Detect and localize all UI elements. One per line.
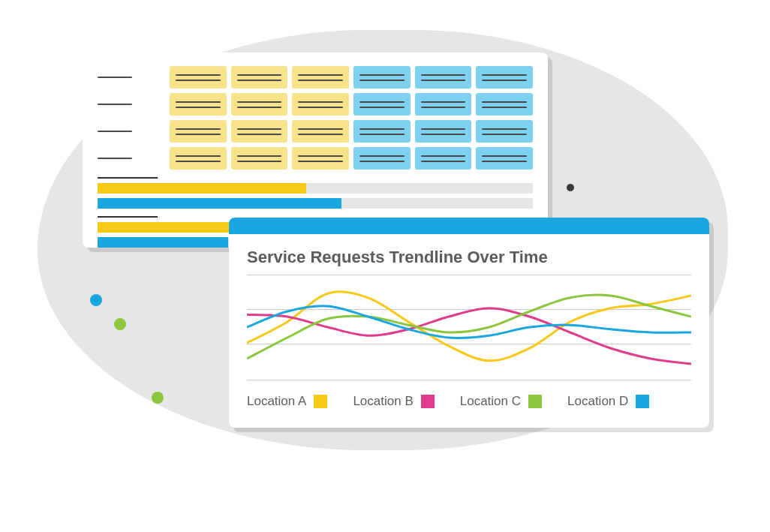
row-label <box>98 131 165 132</box>
legend-label: Location B <box>353 394 413 409</box>
chart-title: Service Requests Trendline Over Time <box>247 248 691 267</box>
table-cell-yellow <box>170 120 227 143</box>
chart-plot-area <box>247 275 691 380</box>
table-row <box>98 147 533 170</box>
chart-header-bar <box>229 218 709 234</box>
table-cell-blue <box>476 147 533 170</box>
table-cell-blue <box>476 93 533 116</box>
legend-label: Location D <box>567 394 628 409</box>
chart-lines <box>247 275 691 380</box>
table-cell-yellow <box>231 66 288 89</box>
legend-item: Location A <box>247 394 327 409</box>
decor-dot <box>114 318 126 330</box>
table-cell-blue <box>415 93 472 116</box>
bar-fill <box>98 237 228 248</box>
decor-dot <box>567 184 574 191</box>
bar-group-separator <box>98 177 158 179</box>
legend-item: Location D <box>567 394 649 409</box>
chart-card: Service Requests Trendline Over Time Loc… <box>229 218 709 428</box>
table-cell-yellow <box>170 66 227 89</box>
legend-item: Location C <box>460 394 542 409</box>
bar-group <box>98 183 533 209</box>
stage: Service Requests Trendline Over Time Loc… <box>0 0 770 532</box>
table-cell-blue <box>353 147 411 170</box>
table-cell-yellow <box>292 93 349 116</box>
table-cell-yellow <box>231 147 288 170</box>
table-row <box>98 66 533 89</box>
table-cell-yellow <box>292 120 349 143</box>
bar-fill <box>98 183 306 194</box>
legend-label: Location A <box>247 394 306 409</box>
table-cell-blue <box>415 66 472 89</box>
chart-line-location-a <box>247 292 691 361</box>
table-cell-blue <box>476 66 533 89</box>
table-cell-blue <box>353 66 411 89</box>
table-rows <box>98 66 533 170</box>
table-cell-blue <box>353 93 411 116</box>
bar-row <box>98 198 533 209</box>
legend-swatch <box>636 395 649 408</box>
table-cell-blue <box>476 120 533 143</box>
chart-body: Service Requests Trendline Over Time Loc… <box>229 234 709 416</box>
table-cell-blue <box>415 147 472 170</box>
table-cell-yellow <box>231 93 288 116</box>
legend-swatch <box>528 395 542 408</box>
table-cell-blue <box>353 120 411 143</box>
chart-line-location-c <box>247 295 691 359</box>
table-cell-yellow <box>292 66 349 89</box>
bar-fill <box>98 198 341 209</box>
legend-item: Location B <box>353 394 434 409</box>
decor-dot <box>152 392 164 404</box>
bar-row <box>98 183 533 194</box>
table-row <box>98 93 533 116</box>
table-cell-yellow <box>170 93 227 116</box>
bar-group-separator <box>98 216 158 218</box>
table-row <box>98 120 533 143</box>
chart-legend: Location ALocation BLocation CLocation D <box>247 394 691 409</box>
row-label <box>98 104 165 105</box>
table-cell-yellow <box>292 147 349 170</box>
decor-dot <box>90 294 102 306</box>
legend-swatch <box>421 395 435 408</box>
table-cell-blue <box>415 120 472 143</box>
legend-label: Location C <box>460 394 521 409</box>
table-cell-yellow <box>170 147 227 170</box>
table-cell-yellow <box>231 120 288 143</box>
row-label <box>98 158 165 159</box>
row-label <box>98 77 165 78</box>
legend-swatch <box>314 395 327 408</box>
